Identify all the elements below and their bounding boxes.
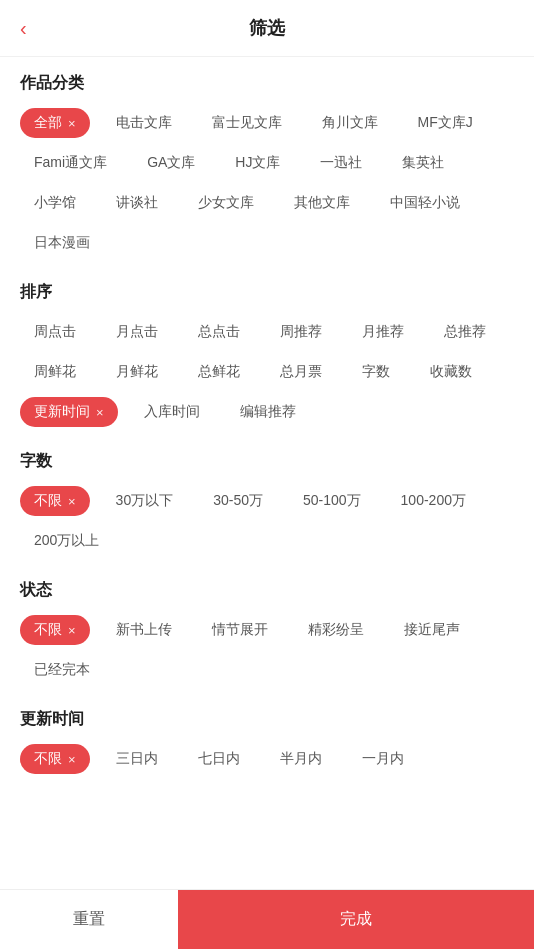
tag[interactable]: 日本漫画 [20,228,104,258]
section-wordcount: 字数不限×30万以下30-50万50-100万100-200万200万以上 [20,451,514,556]
tag[interactable]: 总推荐 [430,317,500,347]
tag[interactable]: 电击文库 [102,108,186,138]
tag[interactable]: 100-200万 [387,486,480,516]
header: ‹ 筛选 [0,0,534,57]
section-title-wordcount: 字数 [20,451,514,472]
tag[interactable]: 讲谈社 [102,188,172,218]
tag[interactable]: 不限× [20,615,90,645]
tag[interactable]: 集英社 [388,148,458,178]
tag[interactable]: 周推荐 [266,317,336,347]
tag[interactable]: 编辑推荐 [226,397,310,427]
tag[interactable]: 已经完本 [20,655,104,685]
tag[interactable]: 200万以上 [20,526,113,556]
tag[interactable]: 总月票 [266,357,336,387]
tag-row-update_time: 不限×三日内七日内半月内一月内 [20,744,514,774]
confirm-button[interactable]: 完成 [178,890,534,949]
content: 作品分类全部×电击文库富士见文库角川文库MF文库JFami通文库GA文库HJ文库… [0,57,534,889]
tag-close-icon: × [96,405,104,420]
tag[interactable]: 总点击 [184,317,254,347]
tag[interactable]: 收藏数 [416,357,486,387]
tag[interactable]: 全部× [20,108,90,138]
tag[interactable]: 七日内 [184,744,254,774]
tag[interactable]: 角川文库 [308,108,392,138]
tag[interactable]: 接近尾声 [390,615,474,645]
tag-close-icon: × [68,623,76,638]
tag[interactable]: MF文库J [404,108,487,138]
back-button[interactable]: ‹ [20,17,27,40]
tag[interactable]: Fami通文库 [20,148,121,178]
section-update_time: 更新时间不限×三日内七日内半月内一月内 [20,709,514,774]
section-title-sort: 排序 [20,282,514,303]
tag[interactable]: 三日内 [102,744,172,774]
tag[interactable]: 小学馆 [20,188,90,218]
section-category: 作品分类全部×电击文库富士见文库角川文库MF文库JFami通文库GA文库HJ文库… [20,73,514,258]
section-title-status: 状态 [20,580,514,601]
tag[interactable]: HJ文库 [221,148,294,178]
reset-button[interactable]: 重置 [0,890,178,949]
tag[interactable]: 周点击 [20,317,90,347]
section-title-category: 作品分类 [20,73,514,94]
tag[interactable]: 精彩纷呈 [294,615,378,645]
tag-row-category: 全部×电击文库富士见文库角川文库MF文库JFami通文库GA文库HJ文库一迅社集… [20,108,514,258]
tag[interactable]: 入库时间 [130,397,214,427]
tag[interactable]: 不限× [20,486,90,516]
tag[interactable]: 月鲜花 [102,357,172,387]
tag[interactable]: 少女文库 [184,188,268,218]
section-sort: 排序周点击月点击总点击周推荐月推荐总推荐周鲜花月鲜花总鲜花总月票字数收藏数更新时… [20,282,514,427]
header-title: 筛选 [249,16,285,40]
tag[interactable]: 新书上传 [102,615,186,645]
tag[interactable]: 总鲜花 [184,357,254,387]
screen: ‹ 筛选 作品分类全部×电击文库富士见文库角川文库MF文库JFami通文库GA文… [0,0,534,949]
footer: 重置 完成 [0,889,534,949]
tag-close-icon: × [68,116,76,131]
tag[interactable]: 50-100万 [289,486,375,516]
tag[interactable]: 月点击 [102,317,172,347]
tag-row-wordcount: 不限×30万以下30-50万50-100万100-200万200万以上 [20,486,514,556]
tag[interactable]: 周鲜花 [20,357,90,387]
tag[interactable]: 富士见文库 [198,108,296,138]
tag[interactable]: 不限× [20,744,90,774]
section-title-update_time: 更新时间 [20,709,514,730]
tag[interactable]: 30万以下 [102,486,188,516]
tag-close-icon: × [68,752,76,767]
tag[interactable]: 一月内 [348,744,418,774]
tag[interactable]: 字数 [348,357,404,387]
tag-close-icon: × [68,494,76,509]
tag[interactable]: 一迅社 [306,148,376,178]
tag[interactable]: 情节展开 [198,615,282,645]
section-status: 状态不限×新书上传情节展开精彩纷呈接近尾声已经完本 [20,580,514,685]
tag[interactable]: 半月内 [266,744,336,774]
tag[interactable]: 30-50万 [199,486,277,516]
tag[interactable]: GA文库 [133,148,209,178]
tag-row-sort: 周点击月点击总点击周推荐月推荐总推荐周鲜花月鲜花总鲜花总月票字数收藏数更新时间×… [20,317,514,427]
tag-row-status: 不限×新书上传情节展开精彩纷呈接近尾声已经完本 [20,615,514,685]
tag[interactable]: 月推荐 [348,317,418,347]
tag[interactable]: 中国轻小说 [376,188,474,218]
tag[interactable]: 更新时间× [20,397,118,427]
tag[interactable]: 其他文库 [280,188,364,218]
